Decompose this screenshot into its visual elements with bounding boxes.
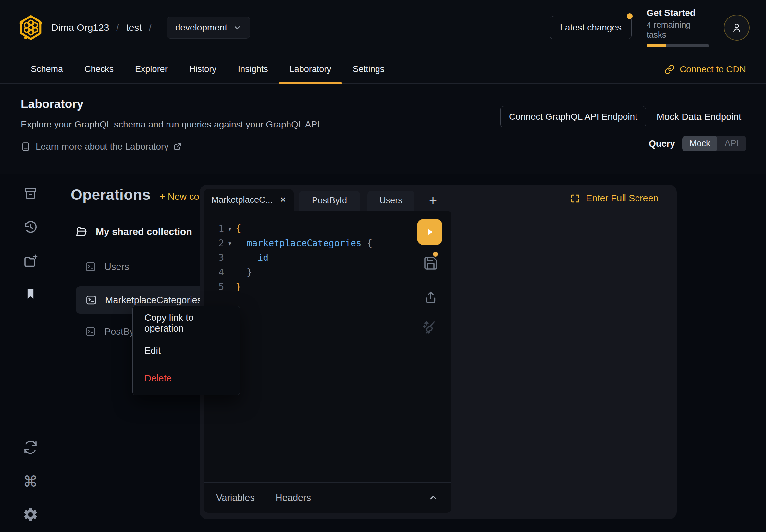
code-line: 2 ▾ marketplaceCategories {: [204, 236, 451, 250]
external-link-icon: [174, 143, 181, 151]
tab-explorer[interactable]: Explorer: [124, 55, 178, 83]
schema-archive-icon[interactable]: [23, 186, 38, 201]
editor-tab-postbyid[interactable]: PostById: [299, 191, 360, 211]
latest-changes-button[interactable]: Latest changes: [550, 16, 632, 39]
get-started-progress-track: [647, 44, 709, 47]
person-icon: [731, 21, 743, 34]
prettify-broom-icon[interactable]: [420, 318, 438, 336]
learn-more-label: Learn more about the Laboratory: [36, 141, 168, 152]
latest-changes-label: Latest changes: [560, 22, 622, 32]
command-shortcuts-icon[interactable]: ⌘: [23, 474, 38, 489]
book-icon: [21, 142, 30, 151]
headers-tab[interactable]: Headers: [275, 492, 311, 503]
variant-select-value: development: [175, 22, 227, 33]
gear-icon[interactable]: [22, 506, 39, 523]
tab-insights[interactable]: Insights: [227, 55, 279, 83]
unsaved-changes-dot: [433, 252, 438, 257]
variables-tab[interactable]: Variables: [216, 492, 255, 503]
get-started-title: Get Started: [647, 8, 709, 18]
page-header: Laboratory Explore your GraphQL schema a…: [0, 84, 766, 174]
connect-to-cdn-link[interactable]: Connect to CDN: [664, 55, 746, 83]
run-query-button[interactable]: [417, 219, 443, 245]
refresh-icon[interactable]: [23, 440, 38, 455]
fullscreen-icon: [570, 193, 580, 204]
query-label: Query: [649, 139, 675, 149]
query-editor[interactable]: 1 ▾ { 2 ▾ marketplaceCategories { 3 id 4…: [204, 211, 451, 482]
code-line: 5 }: [204, 280, 451, 294]
laboratory-main: ⌘ Operations + New collection My shared …: [0, 174, 766, 532]
operation-item-users[interactable]: Users: [84, 257, 129, 277]
query-mode-row: Query Mock API: [649, 136, 746, 151]
menu-item-edit[interactable]: Edit: [133, 336, 240, 365]
breadcrumb-separator: /: [116, 22, 119, 33]
code-line: 1 ▾ {: [204, 221, 451, 236]
get-started-subtitle: 4 remaining tasks: [647, 20, 709, 40]
query-mode-toggle: Mock API: [682, 136, 746, 151]
notification-dot: [627, 13, 633, 19]
breadcrumb-graph[interactable]: test: [126, 22, 141, 33]
workbench-panel: Enter Full Screen MarketplaceC... ✕ Post…: [200, 185, 677, 519]
link-icon: [664, 64, 675, 75]
close-tab-icon[interactable]: ✕: [280, 195, 286, 204]
query-mode-mock[interactable]: Mock: [682, 136, 718, 151]
user-avatar[interactable]: [724, 15, 750, 41]
fold-caret-icon[interactable]: ▾: [224, 240, 236, 247]
tab-settings[interactable]: Settings: [342, 55, 395, 83]
operations-title: Operations: [71, 186, 151, 203]
tab-checks[interactable]: Checks: [74, 55, 124, 83]
query-mode-api[interactable]: API: [717, 136, 746, 151]
page-title: Laboratory: [21, 97, 322, 111]
tab-history[interactable]: History: [178, 55, 227, 83]
mock-data-endpoint-link[interactable]: Mock Data Endpoint: [657, 106, 741, 127]
connect-cdn-label: Connect to CDN: [680, 64, 746, 75]
code-line: 3 id: [204, 250, 451, 265]
get-started-widget[interactable]: Get Started 4 remaining tasks: [647, 8, 709, 47]
progress-fill: [647, 44, 666, 47]
menu-item-delete[interactable]: Delete: [133, 365, 240, 391]
operation-label: Users: [104, 261, 129, 272]
history-icon[interactable]: [23, 219, 38, 235]
code-line: 4 }: [204, 265, 451, 280]
header-right: Latest changes Get Started 4 remaining t…: [550, 8, 750, 47]
icon-rail: ⌘: [0, 174, 61, 532]
editor-tab-users[interactable]: Users: [367, 191, 415, 211]
apollo-graphos-logo-icon[interactable]: [19, 15, 43, 41]
fullscreen-label: Enter Full Screen: [586, 193, 659, 204]
bookmark-icon[interactable]: [24, 287, 37, 300]
breadcrumb-separator: /: [149, 22, 152, 33]
variant-select[interactable]: development: [166, 17, 250, 39]
tab-laboratory[interactable]: Laboratory: [279, 55, 342, 83]
operation-icon: [84, 260, 97, 273]
tab-schema[interactable]: Schema: [20, 55, 74, 83]
chevron-up-icon[interactable]: [428, 492, 439, 503]
enter-fullscreen-button[interactable]: Enter Full Screen: [570, 193, 659, 204]
new-collection-folder-icon[interactable]: [23, 253, 38, 269]
operation-icon: [85, 294, 97, 306]
save-operation-button[interactable]: [423, 255, 439, 271]
chevron-down-icon: [233, 23, 241, 32]
app-header: Dima Org123 / test / development Latest …: [0, 0, 766, 55]
page-description: Explore your GraphQL schema and run quer…: [21, 119, 322, 130]
new-tab-button[interactable]: +: [424, 191, 443, 211]
breadcrumb-org[interactable]: Dima Org123: [51, 22, 109, 33]
operation-label: MarketplaceCategories: [105, 295, 202, 306]
collection-name: My shared collection: [96, 226, 192, 237]
learn-more-link[interactable]: Learn more about the Laboratory: [21, 141, 322, 152]
editor-tab-marketplacecategories[interactable]: MarketplaceC... ✕: [204, 189, 294, 211]
menu-item-copy-link[interactable]: Copy link to operation: [133, 310, 240, 336]
connect-graphql-endpoint-button[interactable]: Connect GraphQL API Endpoint: [501, 106, 646, 127]
open-folder-icon: [75, 225, 88, 238]
share-operation-button[interactable]: [423, 290, 438, 305]
operation-context-menu: Copy link to operation Edit Delete: [132, 306, 240, 395]
operation-icon: [84, 325, 97, 338]
variables-headers-bar: Variables Headers: [204, 482, 451, 513]
play-icon: [425, 227, 435, 237]
primary-tabs: Schema Checks Explorer History Insights …: [0, 55, 766, 84]
fold-caret-icon[interactable]: ▾: [224, 225, 236, 232]
